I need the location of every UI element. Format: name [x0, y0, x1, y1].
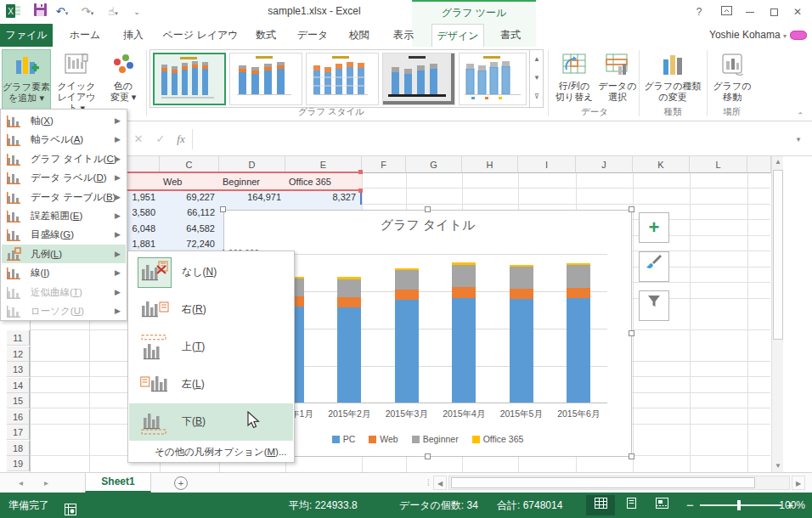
chart-title[interactable]: グラフ タイトル	[224, 217, 631, 234]
chart-handle-s[interactable]	[425, 453, 431, 459]
tab-format[interactable]: 書式	[491, 24, 530, 47]
row-header-11[interactable]: 11	[7, 330, 30, 346]
chart-segment-Beginner[interactable]	[567, 265, 590, 287]
help-button[interactable]: ?	[688, 3, 710, 20]
view-page-layout-button[interactable]	[617, 495, 646, 515]
legend-option-bottom[interactable]: 下(B)	[129, 403, 293, 441]
menu-item-8[interactable]: 線(I)▶	[2, 263, 126, 282]
chart-segment-Web[interactable]	[452, 287, 476, 298]
chart-segment-Beginner[interactable]	[510, 267, 533, 289]
tab-view[interactable]: 表示	[384, 24, 423, 47]
move-chart-button[interactable]: グラフの移動	[710, 49, 754, 114]
formula-bar-expand-icon[interactable]: ▾	[790, 131, 807, 148]
redo-icon[interactable]: ↷▾	[78, 3, 97, 20]
chart-handle-ne[interactable]	[629, 206, 634, 212]
gallery-scroll-down-icon[interactable]: ▼	[530, 69, 544, 87]
legend-item-PC[interactable]: PC	[332, 434, 356, 444]
menu-item-2[interactable]: グラフ タイトル(C)▶	[2, 149, 126, 168]
close-button[interactable]: ✕	[787, 3, 809, 20]
chart-segment-PC[interactable]	[395, 300, 419, 403]
change-colors-button[interactable]: 色の変更 ▾	[102, 49, 144, 114]
zoom-level[interactable]: 100%	[779, 493, 805, 518]
row-header-13[interactable]: 13	[7, 362, 30, 377]
hscroll-left-icon[interactable]: ◀	[433, 476, 447, 490]
chart-elements-button[interactable]: +	[639, 212, 669, 243]
cell-E1[interactable]: Office 365	[286, 174, 359, 189]
chart-handle-se[interactable]	[629, 453, 634, 459]
chart-style-2[interactable]	[229, 53, 302, 105]
chart-bar-2015年4月[interactable]	[452, 262, 476, 403]
zoom-out-button[interactable]: −	[686, 493, 694, 518]
status-sum[interactable]: 合計: 6748014	[497, 493, 562, 518]
touch-mode-icon[interactable]: ☝▾	[104, 3, 122, 20]
status-average[interactable]: 平均: 224933.8	[289, 493, 358, 518]
scroll-down-icon[interactable]: ▼	[772, 460, 784, 472]
legend-item-Beginner[interactable]: Beginner	[412, 434, 459, 444]
scroll-up-icon[interactable]: ▲	[772, 156, 784, 168]
gallery-more-icon[interactable]: ⊽	[530, 87, 544, 106]
col-header-C[interactable]: C	[160, 156, 219, 173]
insert-function-icon[interactable]: fx	[172, 131, 190, 148]
col-header-D[interactable]: D	[219, 156, 285, 173]
minimize-button[interactable]	[739, 3, 761, 20]
tab-file[interactable]: ファイル	[0, 24, 53, 47]
menu-item-0[interactable]: 軸(X)▶	[2, 111, 126, 130]
ribbon-display-options-button[interactable]	[715, 3, 737, 20]
chart-segment-Web[interactable]	[510, 289, 533, 299]
col-header-L[interactable]: L	[690, 156, 747, 173]
chart-style-button[interactable]	[639, 251, 669, 282]
qat-customize-icon[interactable]: ⌄	[127, 3, 146, 20]
row-header-14[interactable]: 14	[7, 378, 30, 393]
tab-data[interactable]: データ	[290, 24, 335, 47]
switch-row-column-button[interactable]: 行/列の切り替え	[552, 49, 596, 114]
tab-formulas[interactable]: 数式	[246, 24, 285, 47]
chart-segment-PC[interactable]	[452, 298, 476, 403]
tab-home[interactable]: ホーム	[63, 24, 107, 47]
vertical-scroll-thumb[interactable]	[773, 170, 783, 340]
formula-input[interactable]	[192, 129, 788, 149]
legend-option-right[interactable]: 右(R)	[129, 291, 293, 329]
change-chart-type-button[interactable]: グラフの種類の変更	[642, 49, 703, 114]
chart-segment-Web[interactable]	[337, 297, 361, 307]
quick-layout-button[interactable]: クイックレイアウト ▾	[53, 49, 100, 114]
sheet-nav-left-icon[interactable]: ◂	[19, 473, 23, 493]
menu-item-5[interactable]: 誤差範囲(E)▶	[2, 206, 126, 225]
cell-D1[interactable]: Beginner	[220, 174, 285, 189]
chart-style-3[interactable]	[306, 53, 379, 105]
menu-item-6[interactable]: 目盛線(G)▶	[2, 225, 126, 244]
menu-item-1[interactable]: 軸ラベル(A)▶	[2, 130, 126, 149]
legend-option-top[interactable]: 上(T)	[129, 329, 293, 366]
row-header-12[interactable]: 12	[7, 346, 30, 362]
chart-segment-Web[interactable]	[567, 288, 590, 298]
view-normal-button[interactable]	[586, 495, 615, 515]
col-header-H[interactable]: H	[462, 156, 518, 173]
save-icon[interactable]	[31, 3, 49, 20]
select-data-button[interactable]: データの選択	[598, 49, 637, 114]
col-header-F[interactable]: F	[362, 156, 406, 173]
cell-C2[interactable]: 69,227	[161, 189, 217, 205]
col-header-M-partial[interactable]	[747, 156, 771, 173]
view-page-break-button[interactable]	[647, 495, 676, 515]
legend-item-Web[interactable]: Web	[369, 434, 398, 444]
col-header-I[interactable]: I	[518, 156, 576, 173]
chart-handle-e[interactable]	[629, 330, 634, 336]
row-header-17[interactable]: 17	[7, 425, 30, 440]
macro-record-icon[interactable]	[65, 499, 76, 518]
tab-splitter[interactable]: ⁞	[427, 473, 430, 493]
chart-segment-PC[interactable]	[567, 298, 590, 403]
chart-bar-2015年6月[interactable]	[567, 263, 590, 403]
tab-review[interactable]: 校閲	[340, 24, 379, 47]
col-header-K[interactable]: K	[633, 156, 690, 173]
sheet-tab-sheet1[interactable]: Sheet1	[85, 473, 151, 493]
col-header-E[interactable]: E	[285, 156, 362, 173]
tab-page-layout[interactable]: ページ レイアウト	[160, 24, 241, 47]
tab-insert[interactable]: 挿入	[114, 24, 153, 47]
legend-option-left[interactable]: 左(L)	[129, 366, 293, 403]
chart-segment-Beginner[interactable]	[337, 279, 361, 297]
user-avatar[interactable]	[790, 31, 807, 40]
row-header-15[interactable]: 15	[7, 393, 30, 408]
chart-segment-PC[interactable]	[337, 307, 361, 403]
user-name[interactable]: Yoshie Kohama ▾	[709, 24, 787, 47]
chart-bar-2015年2月[interactable]	[337, 277, 361, 403]
chart-handle-nw[interactable]	[220, 206, 226, 212]
